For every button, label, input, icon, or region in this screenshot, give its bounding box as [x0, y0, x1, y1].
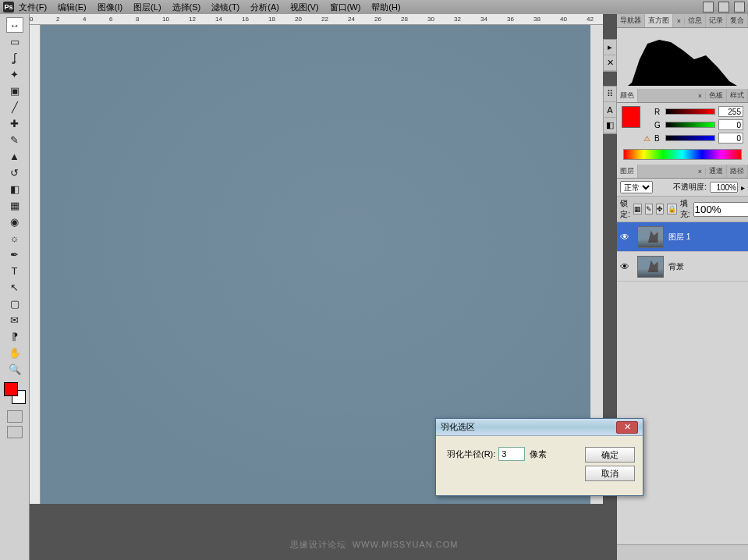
toolbox: ↔ ▭ ʆ ✦ ▣ ╱ ✚ ✎ ▲ ↺ ◧ ▦ ◉ ☼ ✒ T ↖ ▢ ✉ ⁋ …: [0, 14, 30, 560]
menu-filter[interactable]: 滤镜(T): [211, 2, 239, 13]
tab-history[interactable]: 记录: [706, 14, 727, 27]
menu-analysis[interactable]: 分析(A): [250, 2, 279, 13]
eyedropper-tool[interactable]: ⁋: [6, 328, 23, 344]
move-tool[interactable]: ↔: [6, 17, 23, 33]
side-toolstrip-2: ⠿ A ◧: [603, 86, 617, 134]
layer-name[interactable]: 图层 1: [668, 232, 690, 243]
layer-item[interactable]: 👁 背景: [617, 252, 748, 282]
stamp-tool[interactable]: ▲: [6, 148, 23, 164]
cancel-button[interactable]: 取消: [585, 466, 635, 481]
tab-channels[interactable]: 通道: [706, 165, 727, 178]
tab-swatches[interactable]: 色板: [706, 89, 727, 102]
ok-button[interactable]: 确定: [585, 447, 635, 463]
blur-tool[interactable]: ◉: [6, 214, 23, 229]
color-preview-swatch[interactable]: [622, 106, 640, 128]
b-slider[interactable]: [665, 135, 715, 141]
panel-close-icon[interactable]: ×: [695, 92, 706, 100]
svg-marker-0: [628, 40, 737, 86]
r-slider[interactable]: [665, 108, 715, 115]
lock-paint-icon[interactable]: ✎: [645, 204, 653, 214]
menu-window[interactable]: 窗口(W): [330, 2, 361, 13]
lock-all-icon[interactable]: 🔒: [667, 204, 677, 214]
minimize-icon[interactable]: [703, 2, 714, 12]
fill-input[interactable]: [693, 202, 748, 217]
tab-info[interactable]: 信息: [685, 14, 706, 27]
path-tool[interactable]: ↖: [6, 279, 23, 295]
spectrum-bar[interactable]: [623, 149, 742, 160]
close-icon[interactable]: [734, 2, 745, 12]
color-swatches[interactable]: [4, 382, 26, 404]
wand-tool[interactable]: ✦: [6, 66, 23, 82]
blend-mode-select[interactable]: 正常: [620, 181, 653, 193]
screenmode-toggle[interactable]: [7, 426, 23, 438]
dodge-tool[interactable]: ☼: [6, 230, 23, 246]
dialog-close-icon[interactable]: ✕: [616, 421, 638, 434]
foreground-color-swatch[interactable]: [4, 382, 18, 396]
radius-input[interactable]: [498, 447, 525, 461]
r-input[interactable]: [718, 106, 743, 117]
notes-tool[interactable]: ✉: [6, 312, 23, 328]
histogram-icon: [628, 36, 737, 86]
menu-file[interactable]: 文件(F): [19, 2, 47, 13]
brush-preset-icon[interactable]: ⠿: [604, 87, 616, 102]
tab-paths[interactable]: 路径: [727, 165, 748, 178]
shape-tool[interactable]: ▢: [6, 296, 23, 311]
opacity-input[interactable]: [710, 182, 738, 193]
navigator-panel-tabs: 导航器 直方图 × 信息 记录 复合: [617, 14, 748, 28]
pen-tool[interactable]: ✒: [6, 246, 23, 262]
ruler-horizontal: 0 2 4 6 8 10 12 14 16 18 20 22 24 26 28 …: [30, 14, 603, 25]
ruler-vertical: [30, 25, 41, 504]
b-input[interactable]: [718, 133, 743, 144]
g-slider[interactable]: [665, 122, 715, 128]
menubar: Ps 文件(F) 编辑(E) 图像(I) 图层(L) 选择(S) 滤镜(T) 分…: [0, 0, 748, 14]
heal-tool[interactable]: ✚: [6, 115, 23, 131]
history-brush-tool[interactable]: ↺: [6, 165, 23, 180]
layer-name[interactable]: 背景: [668, 261, 684, 272]
type-tool[interactable]: T: [6, 263, 23, 278]
panel-close-icon[interactable]: ×: [695, 168, 706, 175]
menu-select[interactable]: 选择(S): [172, 2, 201, 13]
menu-view[interactable]: 视图(V): [290, 2, 319, 13]
maximize-icon[interactable]: [718, 2, 729, 12]
layer-controls-row1: 正常 不透明度: ▸: [617, 179, 748, 197]
panel-close-icon[interactable]: ×: [674, 17, 685, 25]
opacity-label: 不透明度:: [673, 182, 707, 193]
char-icon[interactable]: A: [604, 102, 616, 118]
lock-move-icon[interactable]: ✥: [656, 204, 664, 214]
layer-item[interactable]: 👁 图层 1: [617, 222, 748, 252]
tab-histogram[interactable]: 直方图: [645, 14, 673, 27]
chevron-icon[interactable]: ▸: [741, 183, 745, 192]
tab-navigator[interactable]: 导航器: [617, 14, 645, 27]
menu-layer[interactable]: 图层(L): [133, 2, 161, 13]
layer-thumbnail[interactable]: [637, 226, 664, 248]
para-icon[interactable]: ◧: [604, 118, 616, 133]
marquee-tool[interactable]: ▭: [6, 34, 23, 49]
tab-color[interactable]: 颜色: [617, 89, 638, 102]
side-toolstrip: ▸ ✕: [603, 39, 617, 72]
visibility-eye-icon[interactable]: 👁: [617, 261, 633, 272]
dialog-titlebar[interactable]: 羽化选区 ✕: [436, 419, 643, 436]
color-panel: R G ⚠ B: [617, 103, 748, 165]
menu-edit[interactable]: 编辑(E): [58, 2, 87, 13]
g-input[interactable]: [718, 119, 743, 130]
expand-icon[interactable]: ▸: [604, 40, 616, 55]
unit-label: 像素: [530, 448, 547, 460]
eraser-tool[interactable]: ◧: [6, 181, 23, 197]
hand-tool[interactable]: ✋: [6, 345, 23, 360]
quickmask-toggle[interactable]: [7, 410, 23, 423]
gradient-tool[interactable]: ▦: [6, 197, 23, 213]
lock-trans-icon[interactable]: ▦: [633, 204, 642, 214]
tab-comp[interactable]: 复合: [727, 14, 748, 27]
slice-tool[interactable]: ╱: [6, 99, 23, 115]
visibility-eye-icon[interactable]: 👁: [617, 232, 633, 243]
brush-tool[interactable]: ✎: [6, 132, 23, 147]
menu-help[interactable]: 帮助(H): [371, 2, 400, 13]
tab-styles[interactable]: 样式: [727, 89, 748, 102]
crop-tool[interactable]: ▣: [6, 83, 23, 98]
menu-image[interactable]: 图像(I): [97, 2, 122, 13]
zoom-tool[interactable]: 🔍: [6, 361, 23, 377]
layer-thumbnail[interactable]: [637, 256, 664, 278]
lasso-tool[interactable]: ʆ: [6, 50, 23, 66]
options-icon[interactable]: ✕: [604, 55, 616, 71]
tab-layers[interactable]: 图层: [617, 165, 638, 178]
